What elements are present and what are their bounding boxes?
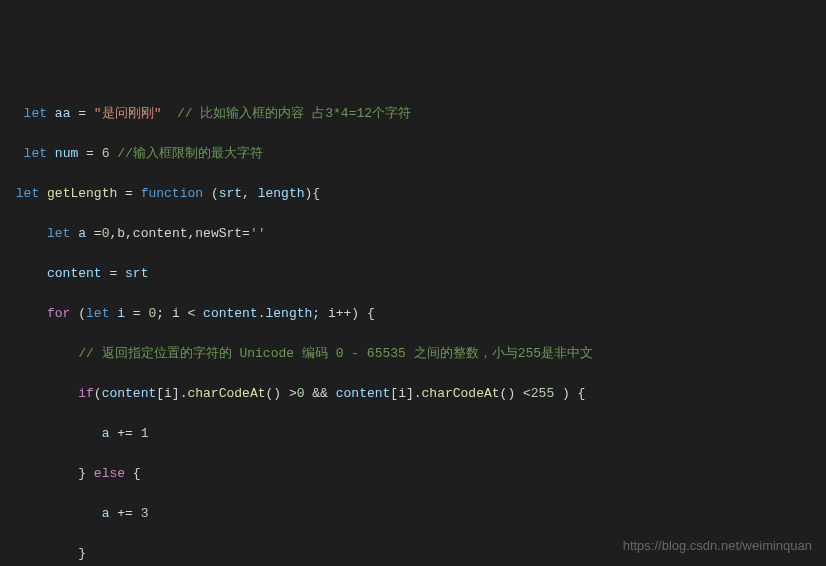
- code-line: if(content[i].charCodeAt() >0 && content…: [8, 384, 826, 404]
- code-editor[interactable]: let aa = "是问刚刚" // 比如输入框的内容 占3*4=12个字符 l…: [8, 84, 826, 566]
- code-line: for (let i = 0; i < content.length; i++)…: [8, 304, 826, 324]
- code-line: let aa = "是问刚刚" // 比如输入框的内容 占3*4=12个字符: [8, 104, 826, 124]
- code-line: let getLength = function (srt, length){: [8, 184, 826, 204]
- code-line: let num = 6 //输入框限制的最大字符: [8, 144, 826, 164]
- watermark: https://blog.csdn.net/weiminquan: [623, 536, 812, 556]
- code-line: } else {: [8, 464, 826, 484]
- code-line: let a =0,b,content,newSrt='': [8, 224, 826, 244]
- code-line: a += 3: [8, 504, 826, 524]
- code-line: // 返回指定位置的字符的 Unicode 编码 0 - 65535 之间的整数…: [8, 344, 826, 364]
- code-line: content = srt: [8, 264, 826, 284]
- code-line: a += 1: [8, 424, 826, 444]
